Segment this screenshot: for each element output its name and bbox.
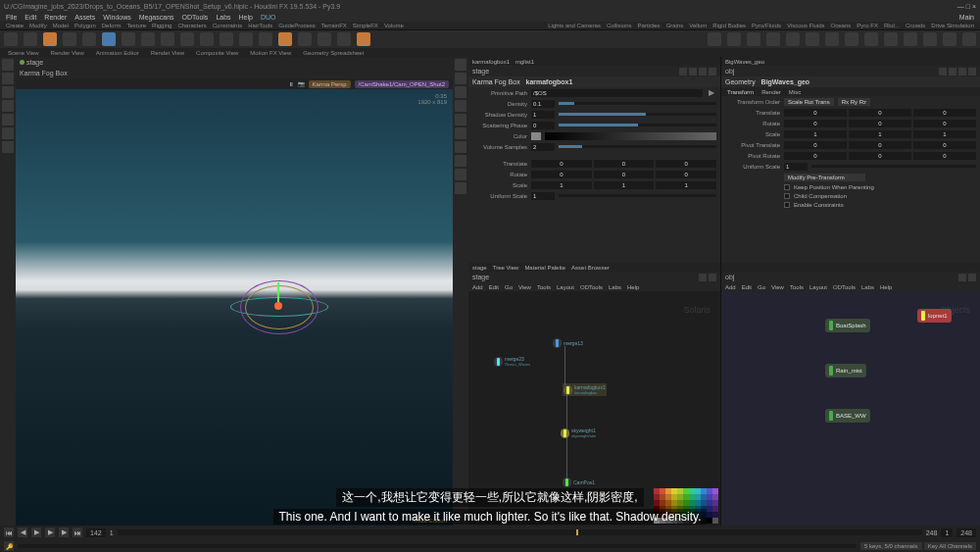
tool-icon[interactable] (884, 32, 898, 46)
tool-icon[interactable] (864, 32, 878, 46)
tool-icon[interactable] (2, 73, 14, 84)
node-merge23[interactable]: merge23Ocean_Waves (494, 356, 530, 367)
timeline-track[interactable] (118, 529, 922, 535)
current-frame[interactable]: 142 (86, 528, 106, 537)
tool-icon[interactable] (747, 32, 760, 46)
tool-icon[interactable] (161, 32, 174, 46)
key-icon[interactable]: 🔑 (4, 541, 14, 551)
tool-icon[interactable] (318, 32, 331, 46)
node-karmafogbox[interactable]: karmafogbox1karmafogbox (563, 383, 607, 396)
tool-icon[interactable] (455, 155, 466, 167)
search-icon[interactable] (699, 68, 707, 75)
node-skyweight[interactable]: skyweight1skyweight/atm (561, 427, 596, 438)
viewport-breadcrumb[interactable]: stage (16, 57, 453, 68)
render-engine-button[interactable]: Karma Persp (309, 80, 351, 88)
tool-icon[interactable] (455, 127, 466, 139)
tool-icon[interactable] (141, 32, 155, 46)
last-frame-icon[interactable]: ⏭ (73, 527, 82, 537)
tool-icon[interactable] (2, 141, 14, 153)
node-lopnet[interactable]: lopnet1 (917, 309, 952, 323)
pin-icon[interactable] (679, 68, 687, 75)
transform-gizmo[interactable] (225, 273, 333, 341)
tool-icon[interactable] (943, 32, 956, 46)
menu-help[interactable]: Help (239, 14, 253, 21)
prev-frame-icon[interactable]: ◀ (18, 527, 27, 537)
tool-icon[interactable] (786, 32, 800, 46)
menu-duo[interactable]: DUO (261, 14, 276, 21)
tool-icon[interactable] (63, 32, 76, 46)
tool-icon[interactable] (2, 100, 14, 112)
camera-path-button[interactable]: /CamShake1/Cam_OPEN_Shot2 (355, 80, 449, 88)
gear-icon[interactable] (949, 68, 956, 75)
tool-icon[interactable] (806, 32, 819, 46)
tool-icon[interactable] (278, 32, 292, 46)
tool-icon[interactable] (2, 59, 14, 71)
play-icon[interactable]: ▶ (45, 527, 55, 537)
tool-icon[interactable] (923, 32, 937, 46)
viewport-3d[interactable]: 0:35 1920 x 819 Indie Edition (16, 89, 453, 526)
menu-assets[interactable]: Assets (74, 14, 95, 21)
tool-icon[interactable] (337, 32, 351, 46)
tool-icon[interactable] (4, 32, 18, 46)
pin-icon[interactable] (939, 68, 947, 75)
tool-icon[interactable] (220, 32, 233, 46)
gear-icon[interactable] (689, 68, 697, 75)
tool-icon[interactable] (200, 32, 214, 46)
tool-icon[interactable] (180, 32, 194, 46)
tool-icon[interactable] (455, 59, 466, 71)
tool-icon[interactable] (455, 73, 466, 84)
tool-icon[interactable] (825, 32, 839, 46)
tool-icon[interactable] (455, 182, 466, 194)
tool-icon[interactable] (727, 32, 741, 46)
tool-icon[interactable] (845, 32, 858, 46)
color-palette[interactable] (654, 488, 718, 524)
density-slider[interactable] (559, 102, 716, 105)
tool-icon[interactable] (239, 32, 253, 46)
help-icon[interactable] (968, 68, 976, 75)
scattering-slider[interactable] (559, 124, 716, 126)
tool-icon[interactable] (904, 32, 917, 46)
tool-icon[interactable] (24, 32, 37, 46)
next-frame-icon[interactable]: ▶ (59, 527, 69, 537)
color-swatch[interactable] (531, 132, 541, 140)
tool-icon[interactable] (357, 32, 370, 46)
window-controls[interactable]: — □ × (957, 3, 976, 10)
menu-odtools[interactable]: ODTools (182, 14, 209, 21)
tool-icon[interactable] (43, 32, 57, 46)
tool-icon[interactable] (2, 114, 14, 125)
play-reverse-icon[interactable]: ▶ (31, 527, 41, 537)
node-boatsplash[interactable]: BoatSplash (825, 319, 870, 332)
node-graph[interactable]: Objects lopnet1 BoatSplash Rain_mist BAS… (721, 291, 980, 526)
jump-icon[interactable]: ▶ (707, 88, 716, 97)
pause-icon[interactable]: ⏸ (288, 81, 294, 87)
samples-slider[interactable] (559, 145, 716, 148)
menu-labs[interactable]: Labs (216, 14, 230, 21)
channel-track[interactable] (18, 544, 857, 548)
tool-icon[interactable] (122, 32, 135, 46)
menu-windows[interactable]: Windows (103, 14, 130, 21)
color-gradient[interactable] (545, 132, 716, 140)
key-channels-button[interactable]: Key All Channels (924, 542, 976, 550)
help-icon[interactable] (709, 68, 716, 75)
tool-icon[interactable] (962, 32, 976, 46)
tool-icon[interactable] (455, 169, 466, 180)
menu-render[interactable]: Render (44, 14, 67, 21)
node-baseww[interactable]: BASE_WW (825, 409, 870, 423)
palette-swatch[interactable] (712, 518, 718, 524)
menu-file[interactable]: File (6, 14, 17, 21)
search-icon[interactable] (958, 68, 966, 75)
tool-icon[interactable] (82, 32, 96, 46)
menu-megascans[interactable]: Megascans (139, 14, 174, 21)
tool-icon[interactable] (2, 86, 14, 98)
node-rainmist[interactable]: Rain_mist (825, 364, 866, 377)
tool-icon[interactable] (455, 86, 466, 98)
node-campos[interactable]: CamPos1 (563, 477, 595, 487)
tool-icon[interactable] (259, 32, 272, 46)
shadow-density-slider[interactable] (559, 113, 716, 116)
first-frame-icon[interactable]: ⏮ (4, 527, 14, 537)
tool-icon[interactable] (298, 32, 312, 46)
tool-icon[interactable] (102, 32, 116, 46)
tool-icon[interactable] (766, 32, 780, 46)
tool-icon[interactable] (455, 114, 466, 125)
tool-icon[interactable] (2, 127, 14, 139)
